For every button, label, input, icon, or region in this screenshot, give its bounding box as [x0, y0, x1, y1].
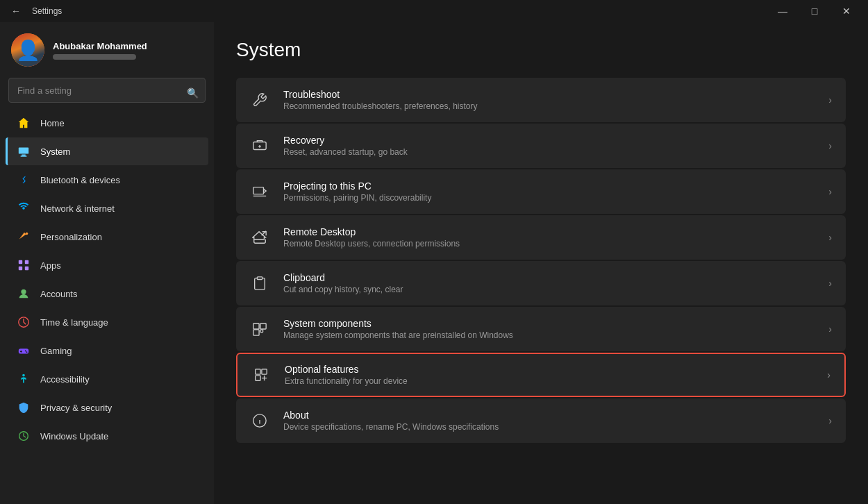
nav-icon-accessibility	[17, 372, 31, 386]
sidebar-item-update[interactable]: Windows Update	[6, 422, 208, 450]
nav-icon-time	[17, 315, 31, 329]
main-content: System TroubleshootRecommended troublesh…	[214, 22, 868, 504]
sidebar-item-home[interactable]: Home	[6, 109, 208, 137]
settings-item-system-components[interactable]: System componentsManage system component…	[236, 307, 846, 351]
title-bar-controls: — □ ✕	[767, 0, 862, 22]
settings-title-about: About	[283, 410, 815, 421]
settings-chevron-about: ›	[828, 415, 832, 426]
svg-rect-1	[22, 155, 25, 156]
svg-rect-27	[256, 376, 260, 380]
page-title: System	[236, 39, 846, 61]
svg-point-14	[26, 351, 28, 353]
nav-icon-apps	[17, 258, 31, 272]
settings-desc-recovery: Reset, advanced startup, go back	[283, 147, 815, 157]
settings-text-projecting: Projecting to this PCPermissions, pairin…	[283, 180, 815, 203]
back-icon[interactable]: ←	[6, 3, 26, 19]
settings-icon-projecting	[250, 182, 269, 201]
user-profile[interactable]: Abubakar Mohammed	[0, 22, 214, 78]
settings-text-clipboard: ClipboardCut and copy history, sync, cle…	[283, 272, 815, 294]
settings-title-system-components: System components	[283, 318, 815, 329]
nav-label-bluetooth: Bluetooth & devices	[40, 175, 120, 185]
sidebar-item-privacy[interactable]: Privacy & security	[6, 394, 208, 421]
settings-item-recovery[interactable]: RecoveryReset, advanced startup, go back…	[236, 124, 846, 168]
user-info: Abubakar Mohammed	[53, 41, 147, 60]
svg-rect-0	[19, 148, 28, 154]
settings-title-clipboard: Clipboard	[283, 272, 815, 283]
nav-icon-network	[17, 201, 31, 215]
settings-text-remote-desktop: Remote DesktopRemote Desktop users, conn…	[283, 226, 815, 249]
sidebar: Abubakar Mohammed 🔍 HomeSystemBluetooth …	[0, 22, 214, 504]
svg-rect-18	[253, 187, 264, 194]
settings-item-troubleshoot[interactable]: TroubleshootRecommended troubleshooters,…	[236, 78, 846, 122]
maximize-button[interactable]: □	[799, 0, 831, 22]
nav-icon-system	[17, 144, 31, 158]
settings-icon-troubleshoot	[250, 90, 269, 110]
settings-item-about[interactable]: AboutDevice specifications, rename PC, W…	[236, 398, 846, 443]
svg-rect-23	[253, 330, 259, 335]
settings-item-clipboard[interactable]: ClipboardCut and copy history, sync, cle…	[236, 261, 846, 305]
nav-label-system: System	[40, 146, 70, 157]
app-body: Abubakar Mohammed 🔍 HomeSystemBluetooth …	[0, 22, 868, 504]
sidebar-item-accounts[interactable]: Accounts	[6, 280, 208, 308]
settings-title-recovery: Recovery	[283, 135, 815, 146]
settings-list: TroubleshootRecommended troubleshooters,…	[236, 78, 846, 443]
minimize-button[interactable]: —	[767, 0, 799, 22]
settings-desc-troubleshoot: Recommended troubleshooters, preferences…	[283, 101, 815, 111]
nav-label-accessibility: Accessibility	[40, 374, 90, 385]
settings-desc-clipboard: Cut and copy history, sync, clear	[283, 285, 815, 294]
settings-chevron-optional-features: ›	[827, 369, 831, 380]
settings-icon-remote-desktop	[250, 228, 269, 247]
search-container: 🔍	[0, 78, 214, 108]
svg-rect-24	[260, 330, 263, 333]
nav-label-accounts: Accounts	[40, 289, 77, 299]
svg-point-15	[22, 374, 25, 377]
settings-icon-recovery	[250, 136, 269, 156]
nav-icon-update	[17, 429, 31, 443]
settings-desc-remote-desktop: Remote Desktop users, connection permiss…	[283, 239, 815, 249]
settings-desc-optional-features: Extra functionality for your device	[285, 376, 813, 386]
sidebar-item-time[interactable]: Time & language	[6, 308, 208, 336]
settings-chevron-system-components: ›	[828, 324, 832, 335]
user-email-bar	[53, 54, 136, 60]
search-input[interactable]	[8, 78, 206, 103]
svg-rect-25	[256, 369, 260, 374]
sidebar-item-network[interactable]: Network & internet	[6, 194, 208, 222]
settings-icon-system-components	[250, 319, 269, 339]
settings-text-optional-features: Optional featuresExtra functionality for…	[285, 364, 813, 386]
svg-point-3	[26, 233, 28, 235]
close-button[interactable]: ✕	[831, 0, 862, 22]
settings-icon-optional-features	[251, 365, 271, 385]
nav-label-network: Network & internet	[40, 203, 115, 214]
settings-title-troubleshoot: Troubleshoot	[283, 89, 815, 100]
sidebar-item-personalization[interactable]: Personalization	[6, 223, 208, 251]
sidebar-item-gaming[interactable]: Gaming	[6, 337, 208, 364]
nav-icon-gaming	[17, 344, 31, 358]
settings-chevron-projecting: ›	[828, 186, 832, 197]
svg-rect-20	[257, 277, 262, 280]
settings-desc-system-components: Manage system components that are preins…	[283, 330, 815, 340]
title-bar-left: ← Settings	[6, 3, 62, 19]
sidebar-nav: HomeSystemBluetooth & devicesNetwork & i…	[0, 108, 214, 451]
settings-chevron-recovery: ›	[828, 140, 832, 151]
settings-item-optional-features[interactable]: Optional featuresExtra functionality for…	[236, 353, 846, 397]
nav-label-update: Windows Update	[40, 431, 108, 442]
nav-label-time: Time & language	[40, 317, 108, 328]
svg-rect-6	[19, 267, 22, 270]
svg-rect-26	[262, 369, 267, 374]
settings-desc-projecting: Permissions, pairing PIN, discoverabilit…	[283, 193, 815, 203]
sidebar-item-bluetooth[interactable]: Bluetooth & devices	[6, 166, 208, 194]
nav-label-apps: Apps	[40, 260, 61, 271]
sidebar-item-accessibility[interactable]: Accessibility	[6, 365, 208, 393]
sidebar-item-system[interactable]: System	[6, 137, 208, 165]
nav-label-home: Home	[40, 118, 65, 128]
settings-text-system-components: System componentsManage system component…	[283, 318, 815, 340]
nav-icon-accounts	[17, 287, 31, 301]
nav-icon-home	[17, 116, 31, 130]
svg-rect-10	[19, 348, 28, 353]
svg-rect-5	[25, 260, 28, 264]
settings-chevron-clipboard: ›	[828, 278, 832, 289]
settings-item-remote-desktop[interactable]: Remote DesktopRemote Desktop users, conn…	[236, 215, 846, 260]
svg-rect-21	[253, 324, 259, 329]
sidebar-item-apps[interactable]: Apps	[6, 251, 208, 279]
settings-item-projecting[interactable]: Projecting to this PCPermissions, pairin…	[236, 169, 846, 214]
